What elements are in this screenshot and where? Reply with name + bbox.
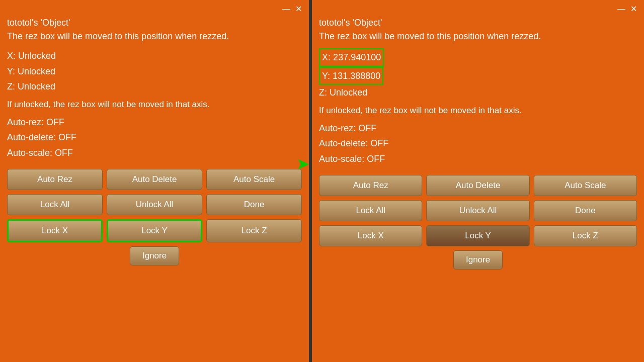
left-axis-y: Y: Unlocked <box>7 64 302 79</box>
right-axes: X: 237.940100 Y: 131.388800 Z: Unlocked <box>319 48 637 101</box>
right-lock-all-button[interactable]: Lock All <box>319 200 422 221</box>
right-auto-scale-button[interactable]: Auto Scale <box>534 175 637 196</box>
left-auto-delete: Auto-delete: OFF <box>7 130 302 145</box>
right-minimize-button[interactable]: — <box>617 5 625 13</box>
left-auto-section: Auto-rez: OFF Auto-delete: OFF Auto-scal… <box>7 115 302 161</box>
left-ignore-row: Ignore <box>7 246 302 265</box>
left-button-row1: Auto Rez Auto Delete Auto Scale <box>7 169 302 190</box>
right-title-bar: — ✕ <box>319 5 637 13</box>
left-unlock-all-button[interactable]: Unlock All <box>107 194 202 215</box>
right-done-button[interactable]: Done <box>534 200 637 221</box>
right-auto-section: Auto-rez: OFF Auto-delete: OFF Auto-scal… <box>319 121 637 167</box>
right-auto-rez-button[interactable]: Auto Rez <box>319 175 422 196</box>
right-axis-y: Y: 131.388800 <box>319 67 637 85</box>
right-auto-delete-button[interactable]: Auto Delete <box>426 175 529 196</box>
left-button-row2: Lock All Unlock All Done <box>7 194 302 215</box>
right-lock-x-button[interactable]: Lock X <box>319 225 422 246</box>
left-minimize-button[interactable]: — <box>282 5 290 13</box>
left-auto-rez-button[interactable]: Auto Rez <box>7 169 103 190</box>
right-auto-delete: Auto-delete: OFF <box>319 136 637 151</box>
left-done-button[interactable]: Done <box>206 194 302 215</box>
right-axis-x-value: X: 237.940100 <box>319 48 384 67</box>
left-auto-scale-button[interactable]: Auto Scale <box>206 169 302 190</box>
right-axis-y-value: Y: 131.388800 <box>319 67 383 85</box>
right-auto-scale: Auto-scale: OFF <box>319 151 637 167</box>
left-axes: X: Unlocked Y: Unlocked Z: Unlocked <box>7 48 302 95</box>
left-lock-all-button[interactable]: Lock All <box>7 194 103 215</box>
left-title-bar: — ✕ <box>7 5 302 13</box>
right-button-row1: Auto Rez Auto Delete Auto Scale <box>319 175 637 196</box>
right-auto-rez: Auto-rez: OFF <box>319 121 637 136</box>
right-lock-y-button[interactable]: Lock Y <box>426 225 529 246</box>
right-header: tototol's 'Object' The rez box will be m… <box>319 16 637 43</box>
left-header: tototol's 'Object' The rez box will be m… <box>7 16 302 43</box>
right-button-row2: Lock All Unlock All Done <box>319 200 637 221</box>
left-button-row3: Lock X Lock Y Lock Z <box>7 219 302 242</box>
right-ignore-row: Ignore <box>319 250 637 269</box>
right-axis-z: Z: Unlocked <box>319 85 637 101</box>
right-close-button[interactable]: ✕ <box>630 5 637 13</box>
right-panel: — ✕ tototol's 'Object' The rez box will … <box>312 0 644 362</box>
left-auto-scale: Auto-scale: OFF <box>7 145 302 161</box>
left-note: If unlocked, the rez box will not be mov… <box>7 100 302 110</box>
right-unlock-all-button[interactable]: Unlock All <box>426 200 529 221</box>
transition-arrow: ➤ <box>297 156 308 172</box>
left-axis-x: X: Unlocked <box>7 48 302 64</box>
left-lock-x-button[interactable]: Lock X <box>7 219 103 242</box>
left-axis-z: Z: Unlocked <box>7 79 302 95</box>
left-close-button[interactable]: ✕ <box>295 5 302 13</box>
right-note: If unlocked, the rez box will not be mov… <box>319 106 637 116</box>
left-lock-z-button[interactable]: Lock Z <box>206 219 302 242</box>
left-lock-y-button[interactable]: Lock Y <box>107 219 202 242</box>
right-axis-x: X: 237.940100 <box>319 48 637 67</box>
right-ignore-button[interactable]: Ignore <box>453 250 503 269</box>
left-ignore-button[interactable]: Ignore <box>130 246 179 265</box>
left-auto-rez: Auto-rez: OFF <box>7 115 302 130</box>
right-lock-z-button[interactable]: Lock Z <box>534 225 637 246</box>
left-panel: — ✕ tototol's 'Object' The rez box will … <box>0 0 309 362</box>
left-auto-delete-button[interactable]: Auto Delete <box>107 169 202 190</box>
right-button-row3: Lock X Lock Y Lock Z <box>319 225 637 246</box>
